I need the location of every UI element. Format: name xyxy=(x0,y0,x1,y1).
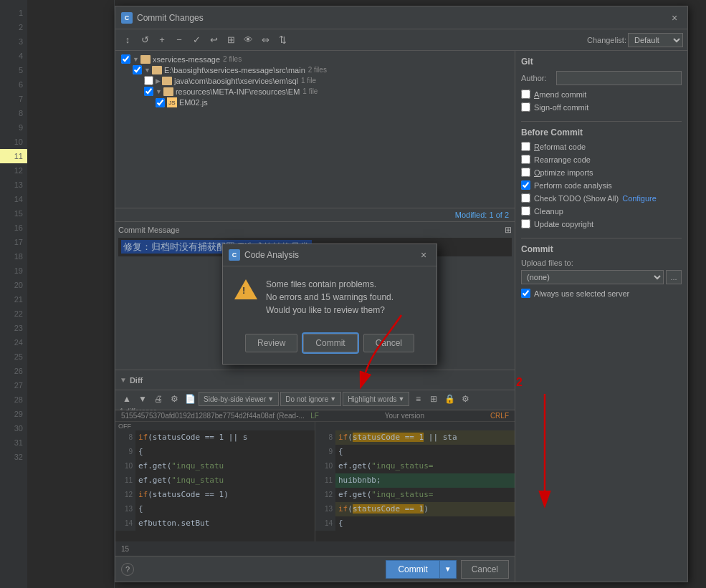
ca-message-line1: Some files contain problems. xyxy=(266,278,393,291)
ca-message-line3: Would you like to review them? xyxy=(266,304,393,317)
code-analysis-dialog: C Code Analysis × Some files contain pro… xyxy=(222,244,437,365)
warning-triangle xyxy=(234,279,257,299)
number-badge-2: 2 xyxy=(516,376,523,389)
code-analysis-message: Some files contain problems. No errors a… xyxy=(266,278,393,317)
ca-message-line2: No errors and 15 warnings found. xyxy=(266,291,393,304)
modal-overlay: C Code Analysis × Some files contain pro… xyxy=(0,0,706,588)
code-analysis-dialog-icon: C xyxy=(229,249,240,261)
code-analysis-title-text: Code Analysis xyxy=(244,250,299,260)
code-analysis-buttons: Review Commit Cancel xyxy=(223,328,437,364)
code-analysis-title-bar: C Code Analysis × xyxy=(223,244,437,266)
code-analysis-title-left: C Code Analysis xyxy=(229,249,299,261)
code-analysis-review-button[interactable]: Review xyxy=(245,334,297,352)
code-analysis-body: Some files contain problems. No errors a… xyxy=(223,266,437,328)
code-analysis-cancel-button[interactable]: Cancel xyxy=(363,334,414,352)
code-analysis-close-button[interactable]: × xyxy=(416,248,431,262)
code-analysis-commit-button[interactable]: Commit xyxy=(303,334,357,352)
warning-icon xyxy=(234,278,257,301)
